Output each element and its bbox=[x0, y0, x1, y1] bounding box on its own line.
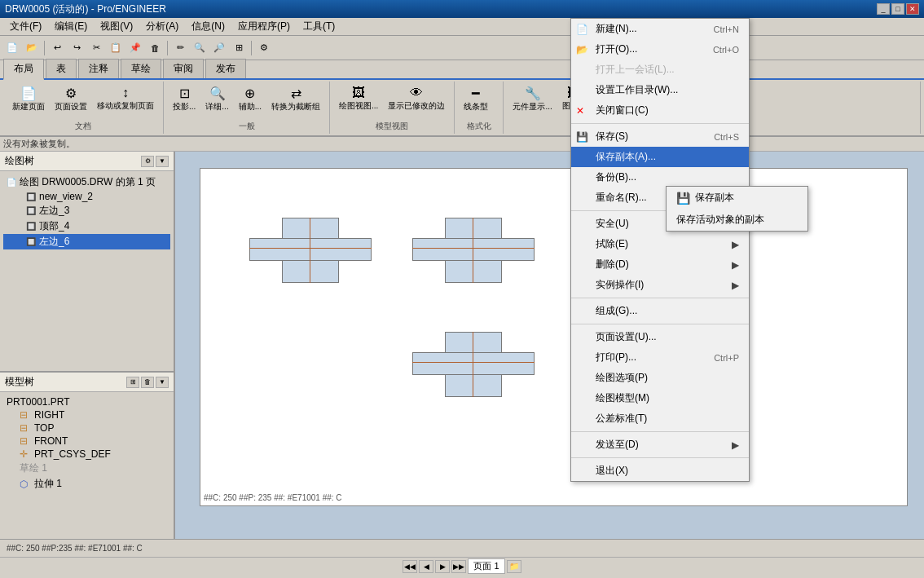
ribbon-show-modified[interactable]: 👁 显示已修改的边 bbox=[384, 83, 449, 119]
toolbar-zoom-in[interactable]: 🔍 bbox=[191, 39, 209, 57]
submenu-save-active-copy[interactable]: 保存活动对象的副本 bbox=[667, 209, 807, 231]
menu-close-window[interactable]: ✕ 关闭窗口(C) bbox=[571, 100, 749, 121]
ribbon-new-page[interactable]: 📄 新建页面 bbox=[8, 83, 49, 119]
drawing-tree-item-4[interactable]: 🔲 左边_6 bbox=[3, 234, 170, 249]
toolbar-new[interactable]: 📄 bbox=[3, 39, 21, 57]
model-tree-item-2[interactable]: ⊟ TOP bbox=[3, 421, 170, 435]
ribbon-line-type[interactable]: ━ 线条型 bbox=[460, 83, 492, 119]
model-tree-item-6[interactable]: ⬡ 拉伸 1 bbox=[3, 476, 170, 492]
detail-icon: 🔍 bbox=[209, 86, 226, 101]
model-tree-icon1[interactable]: ⊞ bbox=[126, 377, 139, 388]
canvas-area[interactable]: ##C: 250 ##P: 235 ##: #E71001 ##: C bbox=[175, 152, 924, 539]
nav-last[interactable]: ▶▶ bbox=[451, 560, 466, 573]
toolbar-undo[interactable]: ↩ bbox=[48, 39, 66, 57]
tab-sketch[interactable]: 草绘 bbox=[121, 59, 161, 78]
drawing-tree: 📄 绘图 DRW0005.DRW 的第 1 页 🔲 new_view_2 🔲 左… bbox=[0, 171, 174, 371]
menu-save[interactable]: 💾 保存(S) Ctrl+S bbox=[571, 126, 749, 147]
ribbon-doc-label: 文档 bbox=[8, 119, 158, 132]
drawing-tree-item-2[interactable]: 🔲 左边_3 bbox=[3, 203, 170, 218]
menu-page-setup[interactable]: 页面设置(U)... bbox=[571, 327, 749, 347]
notice-text: 没有对象被复制。 bbox=[3, 139, 75, 148]
tab-review[interactable]: 审阅 bbox=[163, 59, 204, 78]
menu-backup[interactable]: 备份(B)... bbox=[571, 167, 749, 188]
menu-erase[interactable]: 拭除(E) ▶ bbox=[571, 234, 749, 254]
toolbar-sketch[interactable]: ✏ bbox=[171, 39, 189, 57]
menu-edit[interactable]: 编辑(E) bbox=[48, 18, 94, 35]
toolbar-settings[interactable]: ⚙ bbox=[255, 39, 273, 57]
tab-annotation[interactable]: 注释 bbox=[78, 59, 119, 78]
menu-analysis[interactable]: 分析(A) bbox=[139, 18, 185, 35]
projection-icon: ⊡ bbox=[179, 86, 190, 101]
drawing-tree-item-3[interactable]: 🔲 顶部_4 bbox=[3, 218, 170, 234]
ribbon-projection[interactable]: ⊡ 投影... bbox=[169, 83, 200, 119]
ribbon-detail[interactable]: 🔍 详细... bbox=[201, 83, 232, 119]
ribbon-model-view-label: 模型视图 bbox=[335, 119, 449, 132]
show-modified-label: 显示已修改的边 bbox=[388, 100, 445, 112]
nav-first[interactable]: ◀◀ bbox=[403, 560, 417, 573]
toolbar-cut[interactable]: ✂ bbox=[87, 39, 105, 57]
model-tree: PRT0001.PRT ⊟ RIGHT ⊟ TOP ⊟ FRONT ✛ PRT_… bbox=[0, 392, 174, 539]
menu-tools[interactable]: 工具(T) bbox=[297, 18, 341, 35]
nav-prev[interactable]: ◀ bbox=[419, 560, 433, 573]
menu-file[interactable]: 文件(F) bbox=[3, 18, 48, 35]
crosshair-v-1 bbox=[310, 218, 310, 283]
tab-table[interactable]: 表 bbox=[46, 59, 77, 78]
drawing-tree-item-0[interactable]: 📄 绘图 DRW0005.DRW 的第 1 页 bbox=[3, 174, 170, 190]
model-tree-icon2[interactable]: 🗑 bbox=[141, 377, 154, 388]
ribbon-draw-view[interactable]: 🖼 绘图视图... bbox=[335, 83, 382, 119]
ribbon-page-setup[interactable]: ⚙ 页面设置 bbox=[51, 83, 91, 119]
tab-publish[interactable]: 发布 bbox=[205, 59, 246, 78]
menu-open[interactable]: 📂 打开(O)... Ctrl+O bbox=[571, 39, 749, 60]
menu-save-copy[interactable]: 保存副本(A)... bbox=[571, 147, 749, 167]
menu-exit[interactable]: 退出(X) bbox=[571, 461, 749, 481]
model-tree-item-4[interactable]: ✛ PRT_CSYS_DEF bbox=[3, 448, 170, 461]
model-tree-item-1[interactable]: ⊟ RIGHT bbox=[3, 408, 170, 421]
ribbon-aux[interactable]: ⊕ 辅助... bbox=[235, 83, 266, 119]
menu-send-to[interactable]: 发送至(D) ▶ bbox=[571, 435, 749, 455]
toolbar-copy[interactable]: 📋 bbox=[107, 39, 125, 57]
model-tree-item-3[interactable]: ⊟ FRONT bbox=[3, 435, 170, 448]
menu-drawing-options[interactable]: 绘图选项(P) bbox=[571, 368, 749, 388]
menu-instance-ops[interactable]: 实例操作(I) ▶ bbox=[571, 275, 749, 295]
page-setup-label: 页面设置 bbox=[55, 101, 87, 113]
title-controls[interactable]: _ □ ✕ bbox=[877, 3, 919, 15]
menu-compose[interactable]: 组成(G)... bbox=[571, 301, 749, 321]
model-tree-item-0[interactable]: PRT0001.PRT bbox=[3, 395, 170, 408]
tab-layout[interactable]: 布局 bbox=[3, 59, 44, 80]
menu-view[interactable]: 视图(V) bbox=[94, 18, 139, 35]
ribbon-move-copy[interactable]: ↕ 移动或复制页面 bbox=[93, 83, 158, 119]
model-tree-icon3[interactable]: ▼ bbox=[156, 377, 169, 388]
toolbar-paste[interactable]: 📌 bbox=[126, 39, 144, 57]
close-button[interactable]: ✕ bbox=[906, 3, 919, 15]
maximize-button[interactable]: □ bbox=[891, 3, 904, 15]
toolbar-delete[interactable]: 🗑 bbox=[146, 39, 164, 57]
menu-bar: 文件(F) 编辑(E) 视图(V) 分析(A) 信息(N) 应用程序(P) 工具… bbox=[0, 18, 924, 36]
draw-view-icon: 🖼 bbox=[352, 86, 365, 100]
menu-app[interactable]: 应用程序(P) bbox=[231, 18, 297, 35]
minimize-button[interactable]: _ bbox=[877, 3, 890, 15]
toolbar-fit[interactable]: ⊞ bbox=[230, 39, 248, 57]
drawing-tree-settings[interactable]: ⚙ bbox=[141, 156, 154, 167]
toolbar-redo[interactable]: ↪ bbox=[68, 39, 86, 57]
menu-tolerance[interactable]: 公差标准(T) bbox=[571, 408, 749, 429]
menu-set-workdir[interactable]: 设置工作目录(W)... bbox=[571, 80, 749, 100]
menu-print[interactable]: 打印(P)... Ctrl+P bbox=[571, 347, 749, 368]
drawing-tree-title: 绘图树 bbox=[5, 154, 34, 168]
menu-drawing-model[interactable]: 绘图模型(M) bbox=[571, 388, 749, 408]
model-tree-title: 模型树 bbox=[5, 375, 34, 389]
drawing-tree-expand[interactable]: ▼ bbox=[156, 156, 169, 167]
menu-delete[interactable]: 删除(D) ▶ bbox=[571, 254, 749, 275]
ribbon-component-display[interactable]: 🔧 元件显示... bbox=[508, 83, 556, 119]
ribbon-convert[interactable]: ⇄ 转换为截断组 bbox=[267, 83, 324, 119]
shape-1b bbox=[249, 238, 372, 261]
menu-new[interactable]: 📄 新建(N)... Ctrl+N bbox=[571, 19, 749, 39]
component-icon: 🔧 bbox=[525, 86, 541, 101]
drawing-tree-item-1[interactable]: 🔲 new_view_2 bbox=[3, 190, 170, 203]
toolbar-zoom-out[interactable]: 🔎 bbox=[210, 39, 228, 57]
page-folder-icon[interactable]: 📁 bbox=[507, 560, 521, 573]
model-tree-item-5[interactable]: 草绘 1 bbox=[3, 461, 170, 476]
nav-next[interactable]: ▶ bbox=[435, 560, 450, 573]
submenu-save-copy[interactable]: 💾 保存副本 bbox=[667, 187, 807, 209]
toolbar-open[interactable]: 📂 bbox=[23, 39, 41, 57]
menu-info[interactable]: 信息(N) bbox=[185, 18, 231, 35]
